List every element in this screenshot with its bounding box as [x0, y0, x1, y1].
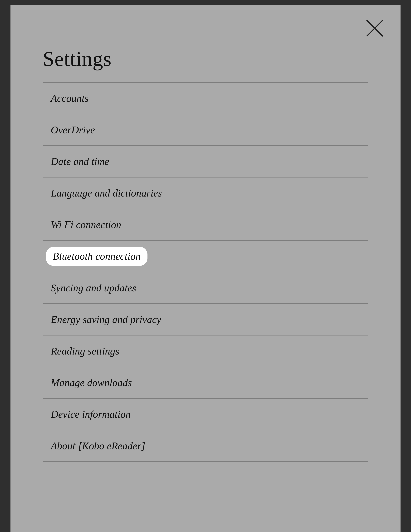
- settings-item-label: About [Kobo eReader]: [43, 440, 145, 452]
- settings-item-label: Reading settings: [43, 345, 119, 357]
- settings-item-label: Wi Fi connection: [43, 219, 121, 231]
- settings-item[interactable]: Reading settings: [43, 335, 368, 367]
- settings-item-label: Bluetooth connection: [53, 250, 141, 262]
- settings-item-label: Language and dictionaries: [43, 187, 162, 199]
- settings-item-label: Accounts: [43, 92, 89, 104]
- settings-panel: Settings AccountsOverDriveDate and timeL…: [10, 5, 401, 532]
- settings-item[interactable]: Language and dictionaries: [43, 178, 368, 209]
- settings-item-label: OverDrive: [43, 124, 95, 136]
- settings-item[interactable]: Manage downloads: [43, 367, 368, 399]
- settings-item-label: Date and time: [43, 156, 109, 168]
- page-title: Settings: [43, 47, 368, 71]
- settings-item[interactable]: Wi Fi connection: [43, 209, 368, 241]
- settings-item[interactable]: Bluetooth connection: [43, 241, 368, 272]
- settings-item[interactable]: Device information: [43, 399, 368, 430]
- settings-item[interactable]: Accounts: [43, 83, 368, 114]
- settings-item-label: Device information: [43, 408, 131, 420]
- settings-item[interactable]: About [Kobo eReader]: [43, 430, 368, 462]
- settings-item[interactable]: OverDrive: [43, 114, 368, 146]
- settings-item-label: Syncing and updates: [43, 282, 136, 294]
- highlight-pill: Bluetooth connection: [46, 247, 148, 266]
- settings-list: AccountsOverDriveDate and timeLanguage a…: [43, 82, 368, 462]
- settings-item[interactable]: Syncing and updates: [43, 272, 368, 304]
- close-icon: [365, 19, 384, 38]
- settings-item[interactable]: Energy saving and privacy: [43, 304, 368, 335]
- settings-item-label: Energy saving and privacy: [43, 314, 161, 325]
- settings-item-label: Manage downloads: [43, 377, 132, 389]
- close-button[interactable]: [365, 19, 384, 38]
- settings-item[interactable]: Date and time: [43, 146, 368, 178]
